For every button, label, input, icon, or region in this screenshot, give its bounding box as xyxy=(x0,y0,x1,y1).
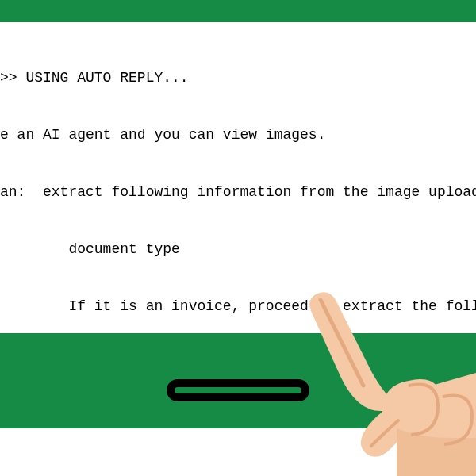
monitor-illustration: >> USING AUTO REPLY... e an AI agent and… xyxy=(0,0,476,476)
monitor-button-slot xyxy=(167,379,309,401)
terminal-line: an: extract following information from t… xyxy=(0,182,476,202)
terminal-screen: >> USING AUTO REPLY... e an AI agent and… xyxy=(0,22,476,333)
terminal-line: document type xyxy=(0,240,476,259)
monitor-base-area xyxy=(0,428,476,476)
monitor-bezel-top xyxy=(0,0,476,22)
terminal-line: If it is an invoice, proceed to extract … xyxy=(0,297,476,316)
terminal-line: >> USING AUTO REPLY... xyxy=(0,68,476,87)
terminal-line: e an AI agent and you can view images. xyxy=(0,125,476,144)
